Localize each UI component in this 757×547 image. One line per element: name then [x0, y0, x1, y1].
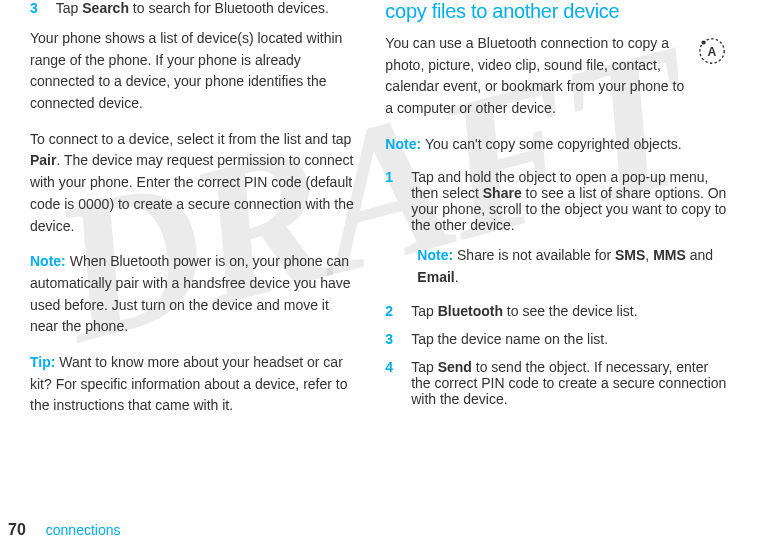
step-body: Tap Bluetooth to see the device list.: [411, 303, 727, 319]
page-content: 3 Tap Search to search for Bluetooth dev…: [0, 0, 757, 431]
note-paragraph: Note: When Bluetooth power is on, your p…: [30, 251, 355, 338]
text: To connect to a device, select it from t…: [30, 131, 351, 147]
text: Share is not available for: [457, 247, 615, 263]
text: Tap: [411, 303, 437, 319]
ui-label-send: Send: [438, 359, 472, 375]
step-number: 1: [385, 169, 393, 233]
step-number: 3: [30, 0, 38, 16]
text: Tap: [411, 359, 437, 375]
bold-sms: SMS: [615, 247, 645, 263]
right-step-1: 1 Tap and hold the object to open a pop-…: [385, 169, 727, 233]
footer-section-title: connections: [46, 522, 121, 538]
ui-label-share: Share: [483, 185, 522, 201]
step-number: 3: [385, 331, 393, 347]
ui-label-bluetooth: Bluetooth: [438, 303, 503, 319]
text: ,: [645, 247, 653, 263]
tip-text: Want to know more about your headset or …: [30, 354, 347, 413]
paragraph: To connect to a device, select it from t…: [30, 129, 355, 237]
paragraph: A You can use a Bluetooth connection to …: [385, 33, 727, 120]
text: Tap: [56, 0, 82, 16]
step-body: Tap Search to search for Bluetooth devic…: [56, 0, 356, 16]
tip-paragraph: Tip: Want to know more about your headse…: [30, 352, 355, 417]
note-text: You can't copy some copyrighted objects.: [425, 136, 682, 152]
note-label: Note:: [385, 136, 425, 152]
svg-text:A: A: [708, 45, 717, 59]
page-footer: 70 connections: [8, 521, 121, 539]
auto-mode-icon: A: [697, 36, 727, 73]
bold-mms: MMS: [653, 247, 686, 263]
bold-email: Email: [417, 269, 454, 285]
sub-note: Note: Share is not available for SMS, MM…: [417, 245, 727, 288]
step-number: 4: [385, 359, 393, 407]
page-number: 70: [8, 521, 26, 539]
text: to search for Bluetooth devices.: [129, 0, 329, 16]
left-step-3: 3 Tap Search to search for Bluetooth dev…: [30, 0, 355, 16]
step-number: 2: [385, 303, 393, 319]
step-body: Tap Send to send the object. If necessar…: [411, 359, 727, 407]
text: . The device may request permission to c…: [30, 152, 354, 233]
note-text: When Bluetooth power is on, your phone c…: [30, 253, 351, 334]
text: and: [686, 247, 713, 263]
ui-label-search: Search: [82, 0, 129, 16]
note-paragraph: Note: You can't copy some copyrighted ob…: [385, 134, 727, 156]
note-label: Note:: [417, 247, 457, 263]
left-column: 3 Tap Search to search for Bluetooth dev…: [30, 0, 355, 431]
section-heading: copy files to another device: [385, 0, 727, 23]
step-body: Tap and hold the object to open a pop-up…: [411, 169, 727, 233]
text: You can use a Bluetooth connection to co…: [385, 35, 684, 116]
right-column: copy files to another device A You can u…: [385, 0, 727, 431]
right-step-4: 4 Tap Send to send the object. If necess…: [385, 359, 727, 407]
text: to see the device list.: [503, 303, 638, 319]
svg-point-1: [701, 40, 705, 44]
text: .: [455, 269, 459, 285]
paragraph: Your phone shows a list of device(s) loc…: [30, 28, 355, 115]
note-label: Note:: [30, 253, 70, 269]
ui-label-pair: Pair: [30, 152, 56, 168]
tip-label: Tip:: [30, 354, 59, 370]
right-step-3: 3 Tap the device name on the list.: [385, 331, 727, 347]
step-body: Tap the device name on the list.: [411, 331, 727, 347]
right-step-2: 2 Tap Bluetooth to see the device list.: [385, 303, 727, 319]
